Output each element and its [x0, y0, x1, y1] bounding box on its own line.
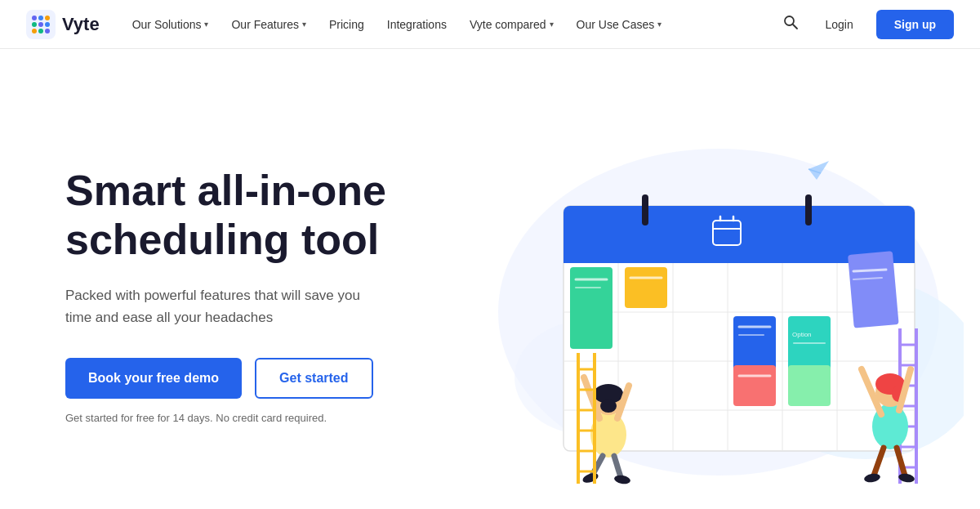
- svg-point-3: [45, 16, 50, 20]
- chevron-down-icon: ▾: [204, 20, 208, 29]
- svg-point-7: [32, 29, 37, 33]
- nav-right: Login Sign up: [779, 10, 954, 39]
- svg-point-4: [32, 22, 37, 27]
- svg-line-46: [853, 270, 886, 271]
- nav-item-pricing[interactable]: Pricing: [319, 11, 374, 38]
- svg-rect-35: [625, 267, 667, 308]
- svg-point-58: [613, 474, 630, 484]
- svg-text:Option: Option: [792, 331, 812, 338]
- nav-item-usecases[interactable]: Our Use Cases ▾: [567, 11, 672, 38]
- logo-area[interactable]: Vyte: [26, 10, 100, 39]
- get-started-button[interactable]: Get started: [255, 358, 372, 399]
- svg-point-84: [863, 472, 880, 483]
- svg-rect-40: [733, 365, 776, 406]
- svg-rect-45: [848, 251, 899, 328]
- search-icon[interactable]: [779, 11, 802, 38]
- hero-subtitle: Packed with powerful features that will …: [65, 284, 376, 328]
- hero-buttons: Book your free demo Get started: [65, 358, 457, 399]
- nav-item-compared[interactable]: Vyte compared ▾: [460, 11, 564, 38]
- calendar-illustration: Option: [457, 100, 964, 492]
- svg-point-8: [38, 29, 43, 33]
- svg-point-6: [45, 22, 50, 27]
- nav-item-features[interactable]: Our Features ▾: [221, 11, 315, 38]
- chevron-down-icon: ▾: [302, 20, 306, 29]
- svg-point-52: [600, 400, 617, 413]
- chevron-down-icon: ▾: [550, 20, 554, 29]
- book-demo-button[interactable]: Book your free demo: [65, 358, 242, 399]
- signup-button[interactable]: Sign up: [876, 10, 954, 39]
- nav-item-integrations[interactable]: Integrations: [377, 11, 457, 38]
- svg-point-9: [45, 29, 50, 33]
- login-button[interactable]: Login: [815, 13, 862, 36]
- hero-title: Smart all-in-one scheduling tool: [65, 167, 457, 265]
- svg-rect-48: [788, 365, 831, 406]
- navbar: Vyte Our Solutions ▾ Our Features ▾ Pric…: [0, 0, 980, 49]
- logo-text: Vyte: [62, 14, 100, 35]
- svg-point-2: [38, 16, 43, 20]
- nav-links: Our Solutions ▾ Our Features ▾ Pricing I…: [122, 11, 773, 38]
- chevron-down-icon: ▾: [657, 20, 662, 29]
- hero-illustration: Option: [457, 82, 964, 509]
- logo-icon: [26, 10, 56, 39]
- svg-point-5: [38, 22, 43, 27]
- hero-left: Smart all-in-one scheduling tool Packed …: [65, 167, 457, 424]
- svg-line-56: [614, 456, 621, 477]
- svg-point-10: [785, 16, 794, 25]
- nav-item-solutions[interactable]: Our Solutions ▾: [122, 11, 219, 38]
- svg-point-1: [32, 16, 37, 20]
- hero-note: Get started for free for 14 days. No cre…: [65, 412, 457, 424]
- svg-line-11: [793, 25, 797, 29]
- svg-rect-42: [788, 316, 831, 373]
- hero-section: Smart all-in-one scheduling tool Packed …: [0, 49, 980, 509]
